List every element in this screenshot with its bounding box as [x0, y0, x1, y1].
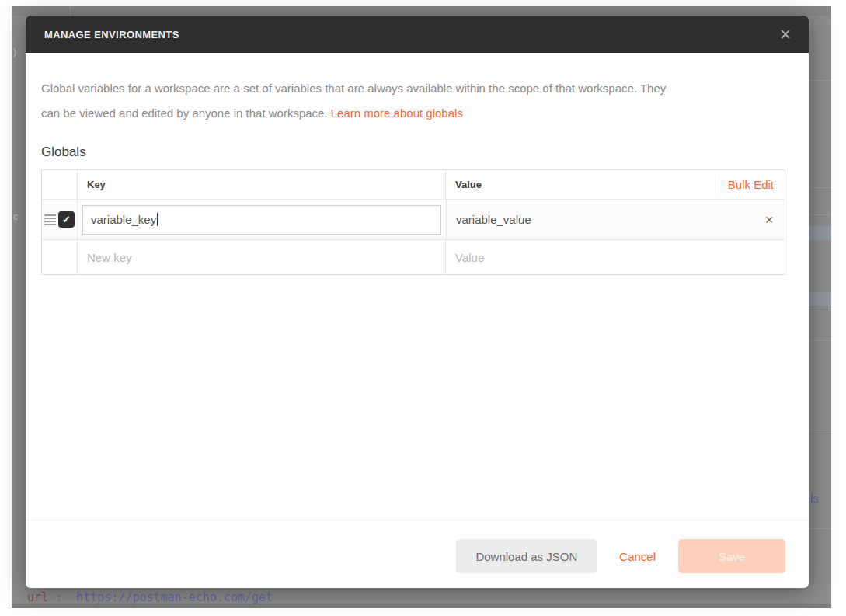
backdrop-text-fragment: c — [13, 211, 18, 222]
row-checkbox[interactable]: ✓ — [58, 211, 75, 228]
code-url: https://postman-echo.com/get — [76, 590, 273, 604]
value-input[interactable]: variable_value — [447, 213, 764, 226]
drag-handle-icon[interactable] — [44, 214, 56, 225]
new-key-cell — [78, 240, 446, 274]
backdrop-top-seam — [70, 6, 71, 16]
backdrop-code-line: url : https://postman-echo.com/get — [27, 590, 273, 604]
code-separator: : — [48, 590, 76, 604]
new-value-input[interactable] — [446, 251, 768, 264]
delete-row-icon[interactable]: ✕ — [764, 214, 785, 226]
backdrop-bottom-band — [12, 604, 831, 608]
close-icon[interactable]: ✕ — [779, 27, 792, 42]
table-header-row: Key Value Bulk Edit — [42, 170, 785, 200]
description-line2: can be viewed and edited by anyone in th… — [41, 106, 328, 120]
modal-footer: Download as JSON Cancel Save — [26, 520, 809, 588]
description-line1: Global variables for a workspace are a s… — [41, 82, 666, 95]
value-cell: variable_value ✕ — [447, 200, 785, 239]
key-cell: variable_key — [78, 200, 447, 239]
new-value-cell — [446, 240, 785, 274]
download-as-json-button[interactable]: Download as JSON — [456, 539, 597, 573]
value-header-label: Value — [446, 179, 482, 190]
bulk-edit-button[interactable]: Bulk Edit — [715, 176, 785, 194]
modal-title: MANAGE ENVIRONMENTS — [44, 29, 179, 40]
save-button[interactable]: Save — [678, 539, 785, 573]
backdrop-top-strip — [12, 6, 831, 16]
row-controls: ✓ — [44, 211, 75, 228]
key-input[interactable]: variable_key — [82, 205, 441, 235]
handle-column-header — [42, 170, 78, 199]
checkmark-icon: ✓ — [62, 214, 71, 225]
modal-header: MANAGE ENVIRONMENTS ✕ — [26, 16, 809, 53]
modal-body: Global variables for a workspace are a s… — [26, 53, 809, 520]
key-header-label: Key — [78, 179, 106, 190]
code-key: url — [27, 590, 48, 604]
table-row: ✓ variable_key variable_value ✕ — [42, 200, 785, 240]
learn-more-link[interactable]: Learn more about globals — [331, 106, 463, 120]
row-controls-cell: ✓ — [42, 200, 78, 239]
row-controls-cell — [42, 240, 78, 274]
globals-heading: Globals — [41, 144, 785, 160]
key-input-value: variable_key — [91, 213, 156, 226]
key-column-header: Key — [78, 170, 446, 199]
globals-description: Global variables for a workspace are a s… — [41, 76, 785, 126]
new-key-input[interactable] — [78, 251, 426, 264]
value-column-header: Value Bulk Edit — [446, 170, 785, 199]
manage-environments-modal: MANAGE ENVIRONMENTS ✕ Global variables f… — [26, 16, 809, 588]
backdrop-text-fragment: ls — [810, 492, 819, 505]
cancel-button[interactable]: Cancel — [616, 539, 659, 573]
new-variable-row — [42, 240, 785, 274]
text-caret — [157, 213, 158, 226]
globals-table: Key Value Bulk Edit ✓ variable_key — [41, 169, 785, 275]
backdrop-text-fragment: ) — [13, 47, 16, 57]
